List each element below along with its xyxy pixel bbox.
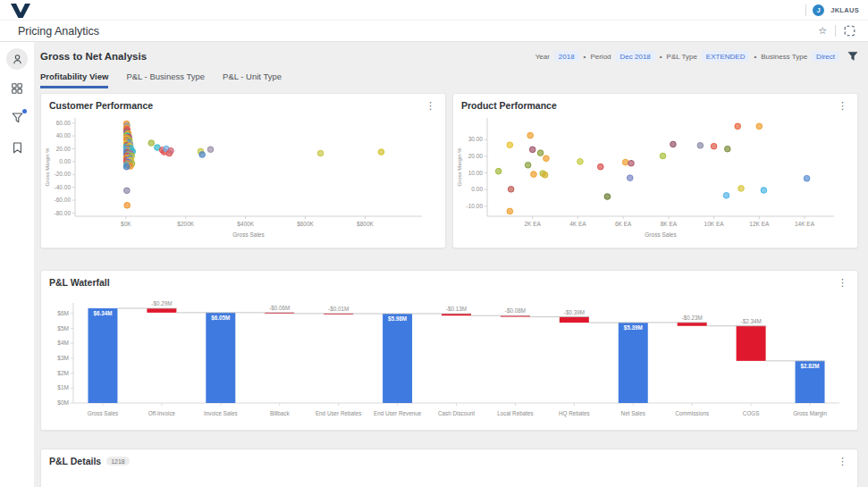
person-icon — [12, 54, 23, 65]
user-avatar[interactable]: J — [813, 4, 824, 16]
svg-text:14K EA: 14K EA — [795, 221, 815, 227]
svg-text:$0K: $0K — [121, 221, 131, 227]
svg-text:$2.82M: $2.82M — [801, 363, 820, 370]
svg-text:40.00: 40.00 — [56, 132, 72, 139]
customer-performance-chart: 60.0040.0020.000.00-20.00-40.00-60.00-80… — [41, 112, 433, 240]
kebab-menu-icon[interactable]: ⋮ — [424, 101, 437, 111]
svg-text:-10.00: -10.00 — [467, 203, 484, 209]
avatar-initial: J — [817, 7, 821, 13]
svg-text:-$0.23M: -$0.23M — [682, 315, 703, 321]
svg-text:2K EA: 2K EA — [525, 221, 542, 227]
svg-text:8K EA: 8K EA — [661, 221, 678, 227]
svg-text:10K EA: 10K EA — [704, 221, 725, 227]
card-title: P&L Waterfall — [49, 277, 110, 288]
tab-pl-unit-type[interactable]: P&L - Unit Type — [223, 71, 282, 88]
svg-text:$5M: $5M — [57, 325, 69, 332]
filter-funnel-icon — [12, 113, 23, 123]
svg-text:$6.05M: $6.05M — [211, 315, 230, 322]
svg-text:-$2.34M: -$2.34M — [741, 318, 762, 324]
svg-text:4K EA: 4K EA — [569, 221, 586, 227]
kebab-menu-icon[interactable]: ⋮ — [836, 101, 849, 111]
svg-text:-$0.01M: -$0.01M — [328, 306, 349, 312]
svg-text:Gross Margin %: Gross Margin % — [457, 147, 462, 187]
svg-text:Commissions: Commissions — [675, 410, 709, 416]
pl-waterfall-card: P&L Waterfall ⋮ $0M$1M$2M$3M$4M$5M$6M$6.… — [40, 270, 858, 431]
svg-text:0.00: 0.00 — [59, 158, 71, 164]
tab-pl-business-type[interactable]: P&L - Business Type — [126, 71, 205, 88]
product-performance-chart: 30.0020.0010.000.00-10.002K EA4K EA6K EA… — [453, 112, 845, 240]
filter-label: Period — [590, 53, 611, 61]
svg-text:-40.00: -40.00 — [55, 184, 72, 190]
filter-label: P&L Type — [667, 53, 697, 61]
filter-chip-year[interactable]: 2018 — [554, 51, 579, 62]
card-title: Product Performance — [461, 100, 557, 111]
card-title: Customer Performance — [49, 100, 153, 111]
analysis-title: Gross to Net Analysis — [40, 51, 147, 62]
svg-text:10.00: 10.00 — [468, 170, 484, 176]
svg-text:12K EA: 12K EA — [749, 221, 770, 227]
kebab-menu-icon[interactable]: ⋮ — [836, 457, 849, 466]
page-title-bar: Pricing Analytics ☆ — [0, 21, 868, 42]
filter-chip-business-type[interactable]: Direct — [812, 51, 839, 62]
topbar-divider — [805, 4, 806, 16]
svg-text:6K EA: 6K EA — [615, 221, 632, 227]
vendavo-logo[interactable] — [9, 1, 32, 19]
svg-text:$3M: $3M — [57, 355, 69, 361]
filter-bullet: • — [584, 53, 586, 61]
filter-chip-period[interactable]: Dec 2018 — [616, 51, 655, 62]
svg-text:$2M: $2M — [57, 370, 69, 376]
notification-dot — [22, 109, 27, 113]
svg-text:-80.00: -80.00 — [55, 210, 72, 216]
svg-text:-$0.06M: -$0.06M — [269, 305, 290, 311]
svg-text:Gross Sales: Gross Sales — [645, 231, 677, 238]
filter-label: Business Type — [761, 53, 807, 61]
page-title: Pricing Analytics — [18, 25, 99, 38]
svg-text:-20.00: -20.00 — [55, 171, 72, 177]
actions-divider — [835, 25, 836, 37]
svg-text:$4M: $4M — [57, 340, 69, 346]
svg-text:-$0.39M: -$0.39M — [564, 309, 585, 315]
svg-text:-60.00: -60.00 — [55, 197, 72, 203]
open-filters-funnel-icon[interactable] — [847, 51, 858, 62]
svg-text:Billback: Billback — [270, 410, 291, 416]
customer-performance-card: Customer Performance ⋮ 60.0040.0020.000.… — [40, 93, 446, 248]
expand-icon[interactable] — [844, 25, 855, 37]
username: JKLAUS — [830, 6, 859, 14]
svg-text:Gross Margin %: Gross Margin % — [45, 147, 50, 187]
svg-text:-$0.29M: -$0.29M — [151, 300, 172, 306]
tab-profitability-view[interactable]: Profitability View — [40, 71, 108, 88]
svg-text:$6M: $6M — [57, 310, 69, 316]
rail-filter-button[interactable] — [6, 107, 28, 129]
svg-text:HQ Rebates: HQ Rebates — [559, 410, 590, 417]
svg-text:$600K: $600K — [297, 221, 314, 227]
pl-waterfall-chart: $0M$1M$2M$3M$4M$5M$6M$6.34MGross Sales-$… — [41, 289, 845, 423]
svg-text:Gross Sales: Gross Sales — [232, 231, 265, 238]
kebab-menu-icon[interactable]: ⋮ — [836, 278, 849, 288]
card-title: P&L Details — [49, 456, 101, 466]
svg-text:Gross Sales: Gross Sales — [88, 410, 118, 416]
rail-person-button[interactable] — [6, 48, 28, 70]
svg-text:$6.34M: $6.34M — [93, 310, 112, 317]
favorite-star-icon[interactable]: ☆ — [818, 26, 827, 36]
svg-text:$0M: $0M — [57, 399, 69, 406]
top-app-bar: J JKLAUS — [0, 0, 868, 21]
svg-text:$200K: $200K — [177, 221, 194, 227]
svg-text:Invoice Sales: Invoice Sales — [204, 410, 237, 416]
filter-bullet: • — [660, 53, 662, 61]
rail-grid-button[interactable] — [6, 78, 28, 99]
left-icon-rail — [0, 42, 34, 487]
svg-text:-$0.13M: -$0.13M — [446, 306, 467, 312]
svg-text:End User Rebates: End User Rebates — [316, 410, 361, 416]
svg-text:$400K: $400K — [237, 221, 254, 227]
svg-text:20.00: 20.00 — [56, 146, 72, 152]
svg-text:$5.39M: $5.39M — [624, 324, 643, 332]
svg-text:-$0.08M: -$0.08M — [505, 307, 526, 314]
product-performance-card: Product Performance ⋮ 30.0020.0010.000.0… — [452, 93, 858, 248]
svg-text:Net Sales: Net Sales — [621, 410, 645, 416]
view-tabs: Profitability View P&L - Business Type P… — [40, 71, 858, 88]
filter-chip-pl-type[interactable]: EXTENDED — [702, 51, 750, 62]
filter-summary-bar: Year 2018 • Period Dec 2018 • P&L Type E… — [535, 51, 858, 62]
rail-bookmark-button[interactable] — [6, 137, 28, 158]
svg-text:0.00: 0.00 — [471, 186, 483, 192]
svg-text:20.00: 20.00 — [468, 153, 484, 159]
